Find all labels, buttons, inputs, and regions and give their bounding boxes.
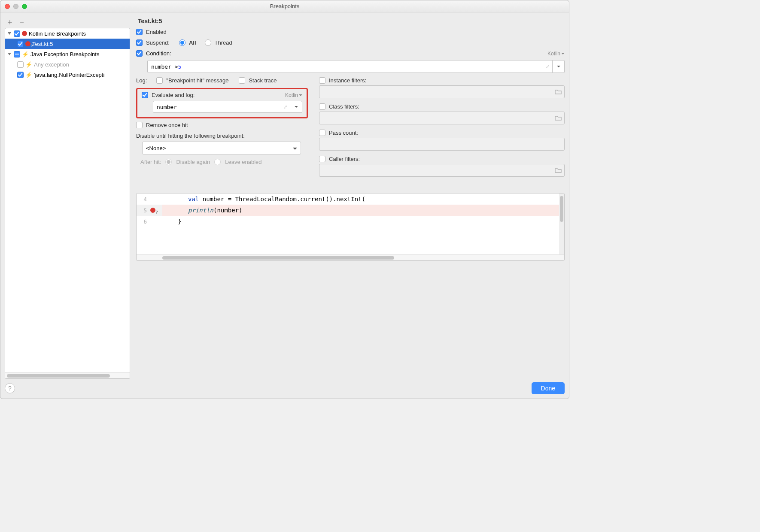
instance-filters-label: Instance filters: [329,77,366,84]
enabled-checkbox[interactable] [136,29,143,35]
tree-label: 'java.lang.NullPointerExcepti [34,72,104,78]
condition-label: Condition: [146,50,171,57]
evaluate-history-dropdown[interactable] [290,101,302,113]
condition-input[interactable]: number > 5 ⤢ [147,60,553,73]
suspend-checkbox[interactable] [136,39,143,46]
gutter-breakpoint-icon[interactable] [150,208,155,213]
line-number: 4 [137,196,149,203]
suspend-label: Suspend: [146,39,170,46]
add-breakpoint-button[interactable]: ＋ [6,18,13,25]
suspend-all-label: All [189,39,196,46]
conditional-breakpoint-icon [25,41,30,46]
instance-filters-field [319,85,565,98]
expand-icon[interactable]: ⤢ [283,104,287,110]
disclosure-icon[interactable] [7,51,12,57]
after-hit-disable-radio [165,159,172,165]
breakpoints-dialog: Breakpoints ＋ － Kotlin Line Breakpoin [0,0,569,399]
exception-icon: ⚡ [25,72,32,78]
evaluate-and-log-highlight: Evaluate and log: Kotlin number ⤢ [136,88,308,118]
log-label: Log: [136,77,147,84]
browse-icon[interactable] [555,167,562,173]
tree-toolbar: ＋ － [5,16,130,28]
tree-item-test-kt-5[interactable]: Test.kt:5 [5,39,130,49]
suspend-thread-label: Thread [215,39,232,46]
help-button[interactable]: ? [5,383,15,393]
group-checkbox[interactable] [14,51,20,57]
log-hit-message-checkbox[interactable] [156,77,163,84]
code-preview: 4 val number = ThreadLocalRandom.current… [136,193,565,261]
browse-icon[interactable] [555,89,562,95]
disable-until-label: Disable until hitting the following brea… [136,133,245,139]
after-hit-label: After hit: [140,159,161,165]
condition-history-dropdown[interactable] [553,60,565,73]
evaluate-log-checkbox[interactable] [142,92,148,98]
tree-group-java-exception[interactable]: ⚡ Java Exception Breakpoints [5,49,130,59]
after-hit-leave-radio [214,159,221,165]
group-checkbox[interactable] [14,30,20,37]
pass-count-label: Pass count: [329,130,358,136]
tree-item-any-exception[interactable]: ⚡ Any exception [5,59,130,70]
breakpoints-tree[interactable]: Kotlin Line Breakpoints Test.kt:5 ⚡ [5,28,130,379]
tree-item-npe[interactable]: ⚡ 'java.lang.NullPointerExcepti [5,70,130,80]
evaluate-log-label: Evaluate and log: [152,92,195,98]
window-title: Breakpoints [0,3,569,9]
after-hit-leave-label: Leave enabled [225,159,261,165]
tree-horizontal-scrollbar[interactable] [5,372,130,378]
suspend-all-radio[interactable] [179,39,185,46]
class-filters-checkbox[interactable] [319,103,325,110]
item-checkbox[interactable] [17,72,24,78]
condition-checkbox[interactable] [136,50,143,57]
svg-marker-0 [8,32,11,35]
condition-language-dropdown[interactable]: Kotlin [547,51,565,57]
svg-marker-1 [8,53,11,55]
class-filters-label: Class filters: [329,103,359,110]
done-button[interactable]: Done [532,382,565,394]
evaluate-log-input[interactable]: number ⤢ [153,101,290,113]
tree-group-kotlin-line[interactable]: Kotlin Line Breakpoints [5,28,130,39]
code-horizontal-scrollbar[interactable] [137,254,564,260]
tree-label: Kotlin Line Breakpoints [29,30,86,37]
exception-icon: ⚡ [22,51,29,57]
enabled-label: Enabled [146,29,167,35]
expand-icon[interactable]: ⤢ [546,64,550,70]
pass-count-field [319,138,565,151]
evaluate-language-dropdown[interactable]: Kotlin [285,92,302,98]
tree-label: Java Exception Breakpoints [30,51,99,57]
log-stack-trace-checkbox[interactable] [239,77,245,84]
item-checkbox[interactable] [17,41,24,47]
line-number: 5 [137,207,149,214]
code-vertical-scrollbar[interactable] [559,193,564,254]
disable-until-select[interactable]: <None> [142,142,301,154]
line-number: 6 [137,218,149,225]
after-hit-disable-label: Disable again [176,159,210,165]
breakpoint-title: Test.kt:5 [138,18,565,24]
titlebar: Breakpoints [0,0,569,12]
caller-filters-checkbox[interactable] [319,156,325,162]
remove-breakpoint-button[interactable]: － [18,18,25,25]
remove-once-hit-label: Remove once hit [146,122,188,128]
instance-filters-checkbox[interactable] [319,77,325,84]
remove-once-hit-checkbox[interactable] [136,122,143,128]
caller-filters-label: Caller filters: [329,156,360,162]
class-filters-field [319,112,565,124]
tree-label: Any exception [34,61,69,68]
browse-icon[interactable] [555,115,562,121]
disclosure-icon[interactable] [7,31,12,36]
suspend-thread-radio[interactable] [205,39,211,46]
caller-filters-field [319,164,565,177]
breakpoint-icon [22,31,27,36]
tree-label: Test.kt:5 [32,41,53,47]
exception-icon: ⚡ [25,61,32,68]
log-hit-message-label: "Breakpoint hit" message [166,77,228,84]
item-checkbox[interactable] [17,61,24,68]
pass-count-checkbox[interactable] [319,130,325,136]
log-stack-trace-label: Stack trace [249,77,277,84]
